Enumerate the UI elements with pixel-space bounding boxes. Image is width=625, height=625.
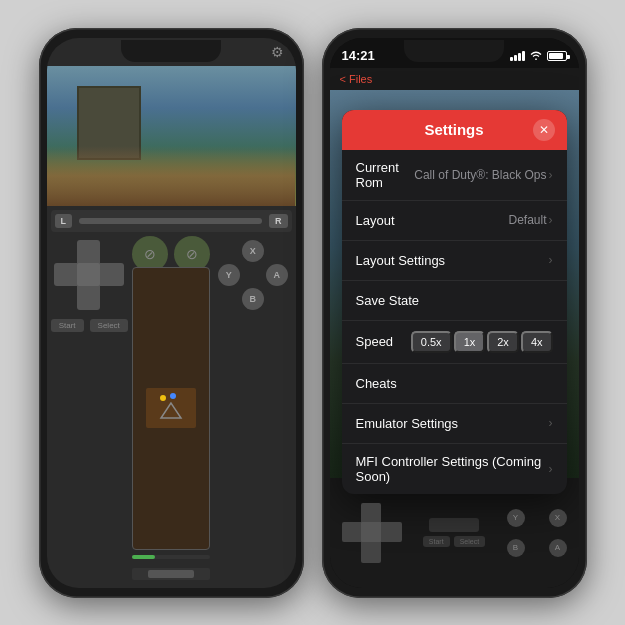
- settings-row-layout-settings[interactable]: Layout Settings ›: [342, 241, 567, 281]
- phone-2: 14:21: [322, 28, 587, 598]
- face-buttons: X Y A B: [218, 240, 288, 310]
- progress-bar: [132, 555, 210, 559]
- notch-2: [414, 38, 494, 60]
- settings-header: Settings ✕: [342, 110, 567, 150]
- game-viewport: [47, 66, 296, 206]
- y-button[interactable]: Y: [218, 264, 240, 286]
- row-value-layout: Default: [508, 213, 546, 227]
- row-value-current-rom: Call of Duty®: Black Ops: [414, 168, 546, 182]
- phone-2-content: 14:21: [330, 38, 579, 588]
- settings-row-layout[interactable]: Layout Default ›: [342, 201, 567, 241]
- p2-y-button[interactable]: Y: [507, 509, 525, 527]
- status-icons: [510, 51, 567, 61]
- p2-top-btn[interactable]: [429, 518, 479, 532]
- game-hands: [47, 146, 296, 206]
- l-button[interactable]: L: [55, 214, 73, 228]
- ctrl-right: X Y A B: [214, 236, 292, 584]
- row-label-emulator-settings: Emulator Settings: [356, 416, 547, 431]
- svg-point-4: [170, 393, 176, 399]
- phone-1: ⚙ L R: [39, 28, 304, 598]
- chevron-icon-2: ›: [549, 253, 553, 267]
- speed-btn-0.5x[interactable]: 0.5x: [411, 331, 452, 353]
- phone-1-screen: ⚙ L R: [47, 38, 296, 588]
- select-button[interactable]: Select: [90, 319, 128, 332]
- status-bar-1: ⚙: [47, 38, 296, 66]
- dpad[interactable]: [54, 240, 124, 310]
- settings-row-mfi[interactable]: MFI Controller Settings (Coming Soon) ›: [342, 444, 567, 494]
- p2-b-button[interactable]: B: [507, 539, 525, 557]
- p2-dpad-center: [361, 522, 381, 542]
- ctrl-left: Start Select: [51, 236, 129, 584]
- game-background-2: Settings ✕ Current Rom Call of Duty®: Bl…: [330, 90, 579, 478]
- time-display: 14:21: [342, 48, 375, 63]
- settings-row-speed[interactable]: Speed 0.5x 1x 2x 4x: [342, 321, 567, 364]
- p2-x-button[interactable]: X: [549, 509, 567, 527]
- b-button[interactable]: B: [242, 288, 264, 310]
- settings-row-save-state[interactable]: Save State: [342, 281, 567, 321]
- controller-area-1: L R Start Select: [47, 206, 296, 588]
- settings-modal: Settings ✕ Current Rom Call of Duty®: Bl…: [342, 110, 567, 494]
- settings-title: Settings: [424, 121, 483, 138]
- x-button[interactable]: X: [242, 240, 264, 262]
- row-label-speed: Speed: [356, 334, 411, 349]
- speed-btn-4x[interactable]: 4x: [521, 331, 553, 353]
- gear-icon[interactable]: ⚙: [271, 44, 284, 60]
- ctrl-main: Start Select ⊘ ⊘: [51, 236, 292, 584]
- speed-btn-1x[interactable]: 1x: [454, 331, 486, 353]
- ctrl-top-bar: L R: [51, 210, 292, 232]
- row-label-layout-settings: Layout Settings: [356, 253, 547, 268]
- a-button[interactable]: A: [266, 264, 288, 286]
- p2-start-button[interactable]: Start: [423, 536, 450, 547]
- files-back-button[interactable]: < Files: [340, 73, 373, 85]
- speed-btn-2x[interactable]: 2x: [487, 331, 519, 353]
- r-button[interactable]: R: [269, 214, 288, 228]
- row-label-cheats: Cheats: [356, 376, 553, 391]
- dpad-center: [77, 263, 100, 286]
- files-bar: < Files: [330, 68, 579, 90]
- notch-1: [136, 43, 206, 61]
- svg-point-3: [160, 395, 166, 401]
- settings-row-current-rom[interactable]: Current Rom Call of Duty®: Black Ops ›: [342, 150, 567, 201]
- phone-2-bottom-controller: Start Select Y X B A: [330, 478, 579, 588]
- ctrl-center: ⊘ ⊘: [132, 236, 210, 584]
- chevron-icon-0: ›: [549, 168, 553, 182]
- row-label-save-state: Save State: [356, 293, 553, 308]
- p2-center-btns: Start Select: [408, 518, 501, 547]
- p2-a-button[interactable]: A: [549, 539, 567, 557]
- mini-screen: [132, 267, 210, 550]
- chevron-icon-1: ›: [549, 213, 553, 227]
- p2-ss-row: Start Select: [423, 536, 485, 547]
- phone-2-screen: 14:21: [330, 38, 579, 588]
- p2-face-buttons: Y X B A: [507, 503, 567, 563]
- row-label-current-rom: Current Rom: [356, 160, 415, 190]
- p2-select-button[interactable]: Select: [454, 536, 485, 547]
- close-icon: ✕: [539, 123, 549, 137]
- p2-dpad[interactable]: [342, 503, 402, 563]
- start-select-row: Start Select: [51, 319, 129, 332]
- row-label-mfi: MFI Controller Settings (Coming Soon): [356, 454, 547, 484]
- start-button[interactable]: Start: [51, 319, 84, 332]
- chevron-icon-6: ›: [549, 416, 553, 430]
- status-bar-2: 14:21: [330, 38, 579, 68]
- speed-buttons: 0.5x 1x 2x 4x: [411, 331, 553, 353]
- settings-close-button[interactable]: ✕: [533, 119, 555, 141]
- settings-row-cheats[interactable]: Cheats: [342, 364, 567, 404]
- phone-1-content: ⚙ L R: [47, 38, 296, 588]
- chevron-icon-7: ›: [549, 462, 553, 476]
- wifi-icon: [529, 51, 543, 61]
- progress-fill: [132, 555, 155, 559]
- settings-row-emulator-settings[interactable]: Emulator Settings ›: [342, 404, 567, 444]
- row-label-layout: Layout: [356, 213, 509, 228]
